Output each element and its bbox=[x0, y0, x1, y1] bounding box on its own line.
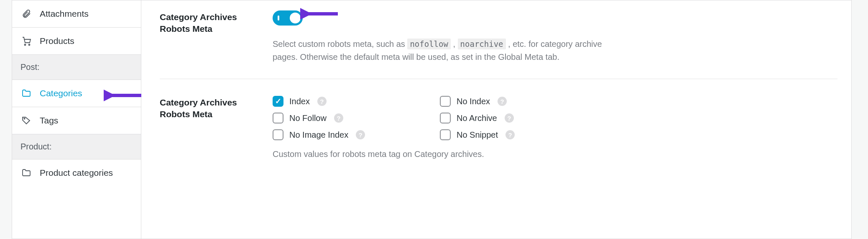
help-icon[interactable]: ? bbox=[498, 97, 507, 106]
checkbox-icon[interactable] bbox=[273, 113, 283, 123]
sidebar-item-label: Categories bbox=[40, 88, 82, 98]
option-noindex[interactable]: No Index ? bbox=[440, 96, 607, 107]
svg-point-2 bbox=[24, 118, 25, 119]
svg-point-1 bbox=[29, 44, 30, 46]
robots-meta-toggle[interactable] bbox=[273, 10, 303, 26]
checkbox-icon[interactable] bbox=[273, 129, 283, 140]
folder-icon bbox=[21, 168, 32, 178]
paperclip-icon bbox=[21, 9, 32, 19]
checkbox-icon[interactable] bbox=[440, 129, 451, 140]
sidebar-item-attachments[interactable]: Attachments bbox=[12, 0, 141, 28]
setting-label: Category Archives Robots Meta bbox=[160, 10, 256, 64]
setting-description: Select custom robots meta, such as nofol… bbox=[273, 38, 615, 64]
sidebar-item-label: Products bbox=[40, 36, 74, 46]
sidebar-item-label: Product categories bbox=[40, 168, 113, 178]
option-noarchive[interactable]: No Archive ? bbox=[440, 113, 607, 123]
option-index[interactable]: Index ? bbox=[273, 96, 440, 107]
sidebar: Attachments Products Post: Categories Ta… bbox=[12, 0, 141, 239]
help-icon[interactable]: ? bbox=[334, 113, 343, 123]
sidebar-group-post: Post: bbox=[12, 55, 141, 80]
sidebar-item-tags[interactable]: Tags bbox=[12, 107, 141, 134]
help-icon[interactable]: ? bbox=[317, 97, 327, 106]
folder-icon bbox=[21, 88, 32, 98]
setting-subdescription: Custom values for robots meta tag on Cat… bbox=[273, 149, 837, 159]
cart-icon bbox=[21, 36, 32, 46]
checkbox-icon[interactable] bbox=[440, 96, 451, 107]
svg-point-0 bbox=[25, 44, 26, 46]
sidebar-item-categories[interactable]: Categories bbox=[12, 80, 141, 107]
sidebar-item-products[interactable]: Products bbox=[12, 28, 141, 55]
sidebar-item-label: Tags bbox=[40, 116, 58, 126]
help-icon[interactable]: ? bbox=[505, 113, 514, 123]
help-icon[interactable]: ? bbox=[356, 130, 365, 139]
checkbox-icon[interactable] bbox=[273, 96, 283, 107]
setting-label: Category Archives Robots Meta bbox=[160, 96, 256, 159]
option-nosnippet[interactable]: No Snippet ? bbox=[440, 129, 607, 140]
main-panel: Category Archives Robots Meta Select cus… bbox=[141, 0, 856, 239]
option-nofollow[interactable]: No Follow ? bbox=[273, 113, 440, 123]
option-noimageindex[interactable]: No Image Index ? bbox=[273, 129, 440, 140]
sidebar-group-product: Product: bbox=[12, 134, 141, 159]
tag-icon bbox=[21, 116, 32, 126]
sidebar-item-label: Attachments bbox=[40, 9, 89, 19]
help-icon[interactable]: ? bbox=[505, 130, 515, 139]
checkbox-icon[interactable] bbox=[440, 113, 451, 123]
sidebar-item-product-categories[interactable]: Product categories bbox=[12, 159, 141, 186]
